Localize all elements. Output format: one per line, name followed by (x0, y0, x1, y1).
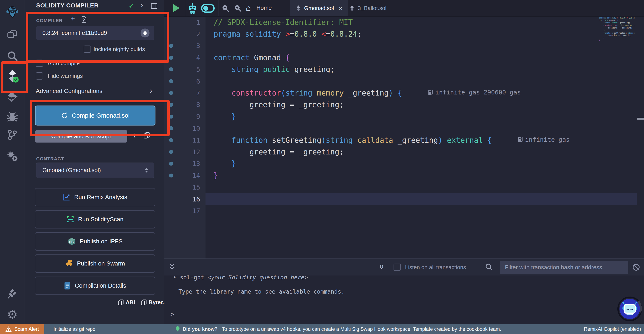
code-line-4[interactable]: 4contract Gmonad { (164, 52, 644, 63)
remix-logo-icon[interactable] (0, 5, 25, 19)
line-number: 13 (175, 160, 200, 167)
gutter-dot[interactable] (169, 44, 173, 48)
code-text: string public greeting; (214, 65, 335, 74)
tab-gmonad-sol[interactable]: Gmonad.sol× (290, 0, 348, 16)
search-icon[interactable] (0, 49, 25, 63)
code-line-15[interactable]: 15 (164, 181, 644, 193)
advanced-configurations-toggle[interactable]: Advanced Configurations (36, 88, 102, 94)
code-line-9[interactable]: 9 } (164, 111, 644, 122)
copilot-status-label[interactable]: RemixAI Copilot (enabled) (584, 326, 641, 332)
compile-button[interactable]: Compile Gmonad.sol (35, 105, 156, 125)
code-line-12[interactable]: 12 greeting = _greeting; (164, 146, 644, 158)
copy-icon[interactable] (144, 132, 150, 139)
solidity-compiler-icon[interactable] (0, 68, 25, 83)
run-remix-analysis-button[interactable]: Run Remix Analysis (35, 188, 155, 206)
solidity-file-icon (296, 5, 301, 11)
transaction-filter-input[interactable]: Filter with transaction hash or address (500, 261, 628, 274)
file-explorer-icon[interactable] (0, 28, 25, 42)
code-line-3[interactable]: 3 (164, 40, 644, 52)
home-icon: ⌂ (246, 3, 251, 12)
publish-on-ipfs-button[interactable]: IPFSPublish on IPFS (35, 232, 155, 251)
nightly-builds-checkbox[interactable] (84, 45, 91, 53)
git-branch-icon[interactable] (0, 128, 25, 142)
compilation-details-button[interactable]: Compilation Details (35, 277, 155, 295)
compile-and-run-button[interactable]: Compile and Run script (35, 130, 127, 143)
debugger-bug-icon[interactable] (0, 110, 25, 124)
gutter-dot[interactable] (169, 126, 173, 130)
current-line-highlight (206, 193, 637, 205)
editor-scrollbar[interactable] (637, 16, 644, 259)
code-line-1[interactable]: 1// SPDX-License-Identifier: MIT (164, 16, 644, 28)
code-line-14[interactable]: 14} (164, 170, 644, 181)
code-line-2[interactable]: 2pragma solidity >=0.8.0 <=0.8.24; (164, 28, 644, 40)
hide-warnings-label: Hide warnings (48, 73, 83, 79)
code-line-7[interactable]: 7 constructor(string memory _greeting) {… (164, 87, 644, 99)
code-line-17[interactable]: 17 (164, 205, 644, 217)
scrollbar-handle[interactable] (637, 118, 644, 120)
ai-assistant-button[interactable] (618, 297, 642, 321)
gutter-dot[interactable] (169, 150, 173, 154)
settings-gear-icon[interactable]: ⚙ (0, 307, 25, 321)
search-small-icon[interactable] (485, 263, 493, 271)
copilot-toggle-icon[interactable] (201, 4, 215, 13)
gutter-dot[interactable] (169, 67, 173, 71)
listen-transactions-checkbox[interactable] (394, 264, 401, 271)
collapse-icon[interactable] (169, 263, 175, 271)
gutter-dot[interactable] (169, 162, 173, 166)
code-line-6[interactable]: 6 (164, 75, 644, 87)
gas-estimate-annotation: infinite gas 290600 gas (428, 89, 521, 96)
abi-copy-button[interactable]: ABI (118, 299, 135, 306)
tab-3-ballot-sol[interactable]: 3_Ballot.sol (344, 0, 392, 16)
code-line-11[interactable]: 11 function setGreeting(string calldata … (164, 134, 644, 146)
lightbulb-icon (175, 326, 180, 332)
plus-icon[interactable]: + (71, 14, 75, 23)
gas-estimate-annotation: infinite gas (518, 136, 570, 143)
contract-select[interactable]: Gmonad (Gmonad.sol) (36, 163, 154, 178)
gutter-dot[interactable] (169, 138, 173, 142)
hide-warnings-checkbox[interactable] (36, 72, 43, 79)
pin-panel-icon[interactable] (151, 3, 158, 9)
close-icon[interactable]: × (338, 5, 342, 12)
terminal-prompt[interactable]: > (170, 310, 174, 318)
indent-guide (393, 158, 393, 170)
code-line-16[interactable]: 16 (164, 193, 644, 205)
publish-on-swarm-button[interactable]: Publish on Swarm (35, 255, 155, 273)
compiler-version-select[interactable]: 0.8.24+commit.e11b9ed9 (36, 26, 154, 40)
license-doc-icon[interactable] (81, 16, 87, 23)
home-tab-label[interactable]: Home (256, 5, 272, 11)
chevron-right-icon[interactable]: › (140, 1, 143, 10)
git-init-button[interactable]: Initialize as git repo (54, 326, 96, 332)
gutter-dot[interactable] (169, 114, 173, 118)
chevron-right-icon[interactable]: › (150, 86, 152, 95)
code-text: contract Gmonad { (214, 53, 290, 62)
deploy-run-icon[interactable] (0, 89, 25, 104)
code-line-10[interactable]: 10 (164, 123, 644, 134)
gutter-dot[interactable] (169, 103, 173, 107)
run-solidityscan-button[interactable]: Run SolidityScan (35, 210, 155, 229)
play-icon[interactable] (172, 3, 180, 13)
solidity-file-icon (349, 5, 355, 11)
code-line-13[interactable]: 13 } (164, 158, 644, 170)
script-runner-icon[interactable] (0, 149, 25, 163)
did-you-know-label: Did you know? (183, 326, 218, 332)
block-icon[interactable] (632, 263, 640, 271)
auto-compile-checkbox[interactable] (36, 59, 43, 67)
home-tab[interactable]: ⌂ (246, 3, 251, 12)
gutter-dot[interactable] (169, 91, 173, 95)
scam-alert-button[interactable]: Scam Alert (0, 324, 44, 334)
gutter-dot[interactable] (169, 55, 173, 59)
robot-icon[interactable] (188, 3, 198, 14)
code-line-8[interactable]: 8 greeting = _greeting; (164, 99, 644, 111)
code-text: pragma solidity >=0.8.0 <=0.8.24; (214, 30, 362, 38)
gutter-dot[interactable] (169, 79, 173, 83)
abi-label: ABI (126, 299, 135, 306)
check-icon: ✓ (129, 2, 134, 10)
plugin-plug-icon[interactable] (0, 287, 25, 301)
gutter-dot[interactable] (169, 173, 173, 177)
editor-tabbar: ⌂ Home Gmonad.sol×3_Ballot.sol (164, 0, 644, 16)
zoom-out-icon[interactable] (222, 4, 230, 12)
info-icon[interactable]: i (134, 131, 136, 139)
zoom-in-icon[interactable] (234, 4, 242, 12)
minimap[interactable]: // SPDX-License-Identifier: MITpragma so… (599, 14, 635, 42)
code-line-5[interactable]: 5 string public greeting; (164, 64, 644, 75)
